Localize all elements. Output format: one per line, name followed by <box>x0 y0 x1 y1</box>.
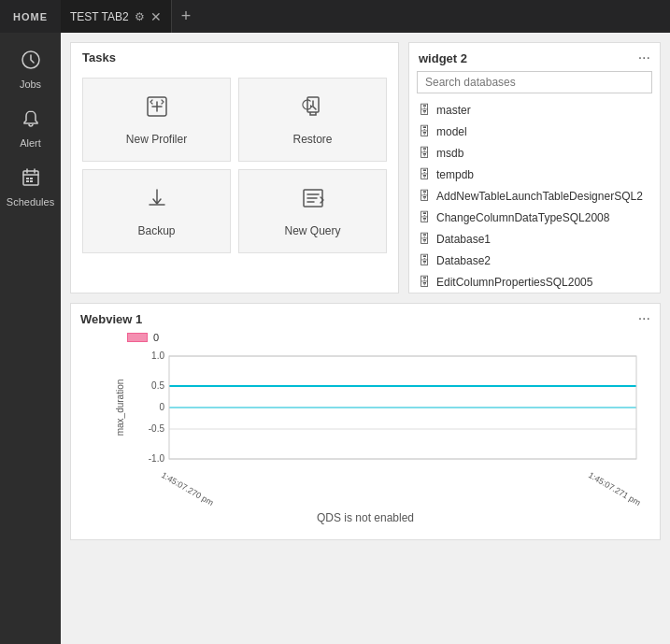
db-name: Database2 <box>436 254 491 267</box>
list-item[interactable]: 🗄AddNewTableLaunchTableDesignerSQL2 <box>409 185 660 207</box>
list-item[interactable]: 🗄Database1 <box>409 228 660 250</box>
webview-header: Webview 1 ··· <box>71 304 660 332</box>
task-new-profiler-label: New Profiler <box>126 133 187 146</box>
close-tab-icon[interactable]: ✕ <box>150 9 162 24</box>
svg-rect-5 <box>30 180 33 182</box>
db-name: Database1 <box>436 233 491 246</box>
home-label: HOME <box>13 11 48 22</box>
settings-icon: ⚙ <box>135 10 145 23</box>
sidebar-schedules-label: Schedules <box>7 196 54 208</box>
sidebar-alert-label: Alert <box>20 137 41 149</box>
legend-label: 0 <box>153 332 159 343</box>
webview-more-button[interactable]: ··· <box>638 311 650 326</box>
chart-footer: QDS is not enabled <box>80 511 650 530</box>
list-item[interactable]: 🗄EditColumnPropertiesSQL2005 <box>409 271 660 293</box>
main-layout: Jobs Alert Sched <box>0 33 670 644</box>
db-name: msdb <box>436 147 463 160</box>
jobs-icon <box>21 50 41 75</box>
webview-title: Webview 1 <box>80 312 142 326</box>
chart-svg: 1.0 0.5 0 -0.5 -1.0 <box>127 347 650 468</box>
list-item[interactable]: 🗄master <box>409 99 660 121</box>
db-icon: 🗄 <box>419 103 431 117</box>
widget2-more-button[interactable]: ··· <box>638 50 650 65</box>
tasks-widget: Tasks New Profiler <box>70 42 399 293</box>
legend-box <box>127 333 148 342</box>
db-name: master <box>436 104 471 117</box>
list-item[interactable]: 🗄ChangeColumnDataTypeSQL2008 <box>409 207 660 228</box>
x-labels-container: 1:45:07.270 pm 1:45:07.271 pm <box>164 470 650 504</box>
db-icon: 🗄 <box>419 232 431 246</box>
task-backup-label: Backup <box>137 224 175 237</box>
restore-icon <box>300 93 326 125</box>
db-icon: 🗄 <box>419 167 431 181</box>
content-area: Tasks New Profiler <box>61 33 670 644</box>
db-name: AddNewTableLaunchTableDesignerSQL2 <box>436 190 643 203</box>
db-name: EditColumnPropertiesSQL2005 <box>436 276 592 289</box>
new-tab-button[interactable]: + <box>172 0 201 33</box>
task-restore-label: Restore <box>292 133 332 146</box>
db-name: ChangeColumnDataTypeSQL2008 <box>436 211 609 224</box>
db-icon: 🗄 <box>419 124 431 138</box>
widget2-title: widget 2 <box>419 51 467 65</box>
db-name: tempdb <box>436 168 474 181</box>
webview-widget: Webview 1 ··· 0 max_duration <box>70 303 661 540</box>
top-bar: HOME TEST TAB2 ⚙ ✕ + <box>0 0 670 33</box>
widget2: widget 2 ··· 🗄master🗄model🗄msdb🗄tempdb🗄A… <box>408 42 661 293</box>
db-icon: 🗄 <box>419 146 431 160</box>
svg-text:0.5: 0.5 <box>151 380 164 391</box>
tab-testtab2[interactable]: TEST TAB2 ⚙ ✕ <box>61 0 172 33</box>
db-name: model <box>436 125 467 138</box>
databases-list: 🗄master🗄model🗄msdb🗄tempdb🗄AddNewTableLau… <box>409 99 660 293</box>
list-item[interactable]: 🗄msdb <box>409 142 660 164</box>
tasks-header: Tasks <box>71 43 398 70</box>
task-new-query[interactable]: New Query <box>238 169 387 253</box>
svg-rect-3 <box>30 178 33 179</box>
top-row: Tasks New Profiler <box>70 42 661 293</box>
chart-legend: 0 <box>127 332 650 343</box>
list-item[interactable]: 🗄model <box>409 121 660 142</box>
db-icon: 🗄 <box>419 210 431 224</box>
sidebar-item-alert[interactable]: Alert <box>0 101 61 156</box>
task-backup[interactable]: Backup <box>82 169 231 253</box>
chart-with-yaxis: max_duration 1.0 0.5 0 -0.5 -1.0 <box>127 347 650 468</box>
db-icon: 🗄 <box>419 189 431 203</box>
schedules-icon <box>21 167 41 193</box>
profiler-icon <box>144 93 170 125</box>
chart-area: 0 max_duration 1.0 0.5 0 <box>71 332 660 539</box>
sidebar-jobs-label: Jobs <box>20 79 41 90</box>
svg-rect-4 <box>26 180 29 182</box>
home-button[interactable]: HOME <box>0 0 61 33</box>
task-new-query-label: New Query <box>284 224 340 237</box>
sidebar: Jobs Alert Sched <box>0 33 61 644</box>
query-icon <box>300 185 326 217</box>
task-restore[interactable]: Restore <box>238 78 387 162</box>
db-icon: 🗄 <box>419 275 431 289</box>
tasks-grid: New Profiler <box>71 70 398 265</box>
svg-rect-2 <box>26 178 29 179</box>
y-axis-label: max_duration <box>115 379 125 436</box>
backup-icon <box>144 185 170 217</box>
list-item[interactable]: 🗄tempdb <box>409 164 660 185</box>
svg-text:-0.5: -0.5 <box>149 423 165 434</box>
db-icon: 🗄 <box>419 253 431 267</box>
svg-text:-1.0: -1.0 <box>149 453 165 464</box>
svg-text:1.0: 1.0 <box>151 351 164 361</box>
widget2-header: widget 2 ··· <box>409 43 660 71</box>
search-databases-input[interactable] <box>417 71 652 93</box>
task-new-profiler[interactable]: New Profiler <box>82 78 231 162</box>
alert-icon <box>21 108 41 134</box>
sidebar-item-jobs[interactable]: Jobs <box>0 42 61 97</box>
list-item[interactable]: 🗄Database2 <box>409 250 660 271</box>
sidebar-item-schedules[interactable]: Schedules <box>0 160 61 215</box>
svg-text:0: 0 <box>159 402 164 412</box>
tab-label: TEST TAB2 <box>70 10 129 23</box>
